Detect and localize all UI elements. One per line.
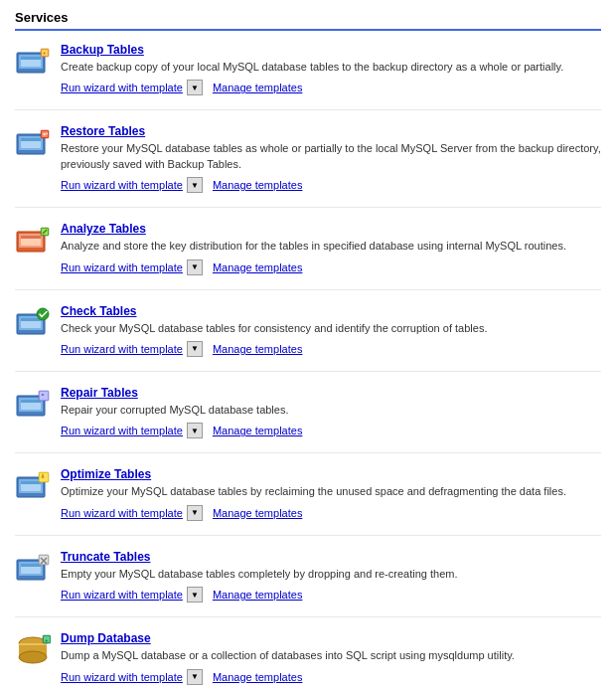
svg-rect-41 xyxy=(21,564,41,567)
service-desc-restore-tables: Restore your MySQL database tables as wh… xyxy=(61,141,601,172)
dropdown-btn-repair-tables[interactable]: ▼ xyxy=(187,423,203,438)
service-actions-optimize-tables: Run wizard with template ▼ Manage templa… xyxy=(61,505,601,521)
service-title-dump-database[interactable]: Dump Database xyxy=(61,631,151,645)
service-title-truncate-tables[interactable]: Truncate Tables xyxy=(61,550,150,564)
svg-rect-24 xyxy=(21,318,41,321)
service-content-dump-database: Dump Database Dump a MySQL database or a… xyxy=(61,631,601,684)
svg-rect-10 xyxy=(21,138,41,141)
run-wizard-link-analyze-tables[interactable]: Run wizard with template xyxy=(61,261,183,273)
service-actions-truncate-tables: Run wizard with template ▼ Manage templa… xyxy=(61,587,601,603)
run-wizard-link-dump-database[interactable]: Run wizard with template xyxy=(61,671,183,683)
manage-templates-link-restore-tables[interactable]: Manage templates xyxy=(213,179,303,191)
check-icon xyxy=(15,306,51,342)
truncate-icon xyxy=(15,552,51,588)
service-actions-repair-tables: Run wizard with template ▼ Manage templa… xyxy=(61,423,601,438)
service-item-analyze-tables: Analyze Tables Analyze and store the key… xyxy=(15,222,601,289)
restore-icon: ↩ xyxy=(15,126,51,162)
service-desc-dump-database: Dump a MySQL database or a collection of… xyxy=(61,648,601,663)
repair-icon xyxy=(15,388,51,424)
dropdown-btn-analyze-tables[interactable]: ▼ xyxy=(187,259,203,275)
service-actions-check-tables: Run wizard with template ▼ Manage templa… xyxy=(61,341,601,357)
svg-rect-29 xyxy=(21,400,41,403)
service-title-optimize-tables[interactable]: Optimize Tables xyxy=(61,467,151,481)
manage-templates-link-repair-tables[interactable]: Manage templates xyxy=(213,425,303,436)
dropdown-btn-dump-database[interactable]: ▼ xyxy=(187,669,203,685)
svg-rect-17 xyxy=(21,236,41,239)
service-desc-check-tables: Check your MySQL database tables for con… xyxy=(61,321,601,336)
service-item-check-tables: Check Tables Check your MySQL database t… xyxy=(15,304,601,372)
manage-templates-link-dump-database[interactable]: Manage templates xyxy=(213,671,303,683)
service-title-check-tables[interactable]: Check Tables xyxy=(61,304,136,318)
run-wizard-link-truncate-tables[interactable]: Run wizard with template xyxy=(61,589,183,601)
manage-templates-link-truncate-tables[interactable]: Manage templates xyxy=(213,589,303,601)
service-content-optimize-tables: Optimize Tables Optimize your MySQL data… xyxy=(61,467,601,520)
service-title-restore-tables[interactable]: Restore Tables xyxy=(61,124,145,138)
service-item-optimize-tables: Optimize Tables Optimize your MySQL data… xyxy=(15,467,601,535)
run-wizard-link-backup-tables[interactable]: Run wizard with template xyxy=(61,82,183,93)
service-actions-backup-tables: Run wizard with template ▼ Manage templa… xyxy=(61,80,601,95)
svg-point-25 xyxy=(37,308,49,320)
run-wizard-link-restore-tables[interactable]: Run wizard with template xyxy=(61,179,183,191)
service-desc-repair-tables: Repair your corrupted MySQL database tab… xyxy=(61,403,601,418)
dropdown-btn-restore-tables[interactable]: ▼ xyxy=(187,177,203,193)
service-content-restore-tables: Restore Tables Restore your MySQL databa… xyxy=(61,124,601,193)
run-wizard-link-optimize-tables[interactable]: Run wizard with template xyxy=(61,507,183,519)
svg-rect-35 xyxy=(21,481,41,484)
service-desc-analyze-tables: Analyze and store the key distribution f… xyxy=(61,239,601,254)
service-content-truncate-tables: Truncate Tables Empty your MySQL databas… xyxy=(61,550,601,603)
dropdown-btn-backup-tables[interactable]: ▼ xyxy=(187,80,203,95)
service-item-repair-tables: Repair Tables Repair your corrupted MySQ… xyxy=(15,386,601,453)
service-desc-backup-tables: Create backup copy of your local MySQL d… xyxy=(61,60,601,75)
service-item-truncate-tables: Truncate Tables Empty your MySQL databas… xyxy=(15,550,601,617)
manage-templates-link-optimize-tables[interactable]: Manage templates xyxy=(213,507,303,519)
service-actions-dump-database: Run wizard with template ▼ Manage templa… xyxy=(61,669,601,685)
service-desc-truncate-tables: Empty your MySQL database tables complet… xyxy=(61,567,601,582)
dropdown-btn-truncate-tables[interactable]: ▼ xyxy=(187,587,203,603)
svg-text:+: + xyxy=(45,637,49,643)
run-wizard-link-check-tables[interactable]: Run wizard with template xyxy=(61,343,183,355)
service-title-repair-tables[interactable]: Repair Tables xyxy=(61,386,138,400)
svg-text:+: + xyxy=(43,50,46,56)
svg-rect-3 xyxy=(21,57,41,60)
backup-icon: + xyxy=(15,45,51,81)
manage-templates-link-check-tables[interactable]: Manage templates xyxy=(213,343,303,355)
service-item-backup-tables: + Backup Tables Create backup copy of yo… xyxy=(15,43,601,110)
svg-text:↩: ↩ xyxy=(43,131,48,137)
service-actions-restore-tables: Run wizard with template ▼ Manage templa… xyxy=(61,177,601,193)
dropdown-btn-optimize-tables[interactable]: ▼ xyxy=(187,505,203,521)
service-title-backup-tables[interactable]: Backup Tables xyxy=(61,43,144,57)
svg-rect-48 xyxy=(19,643,47,645)
service-content-analyze-tables: Analyze Tables Analyze and store the key… xyxy=(61,222,601,274)
service-item-dump-database: + Dump Database Dump a MySQL database or… xyxy=(15,631,601,691)
optimize-icon xyxy=(15,469,51,505)
service-actions-analyze-tables: Run wizard with template ▼ Manage templa… xyxy=(61,259,601,275)
service-item-restore-tables: ↩ Restore Tables Restore your MySQL data… xyxy=(15,124,601,208)
dropdown-btn-check-tables[interactable]: ▼ xyxy=(187,341,203,357)
run-wizard-link-repair-tables[interactable]: Run wizard with template xyxy=(61,425,183,436)
service-desc-optimize-tables: Optimize your MySQL database tables by r… xyxy=(61,484,601,499)
service-content-backup-tables: Backup Tables Create backup copy of your… xyxy=(61,43,601,95)
manage-templates-link-analyze-tables[interactable]: Manage templates xyxy=(213,261,303,273)
page-title: Services xyxy=(15,10,601,31)
analyze-icon xyxy=(15,224,51,259)
service-title-analyze-tables[interactable]: Analyze Tables xyxy=(61,222,146,236)
manage-templates-link-backup-tables[interactable]: Manage templates xyxy=(213,82,303,93)
service-content-repair-tables: Repair Tables Repair your corrupted MySQ… xyxy=(61,386,601,438)
svg-point-49 xyxy=(19,651,47,663)
service-content-check-tables: Check Tables Check your MySQL database t… xyxy=(61,304,601,357)
dump-icon: + xyxy=(15,633,51,669)
